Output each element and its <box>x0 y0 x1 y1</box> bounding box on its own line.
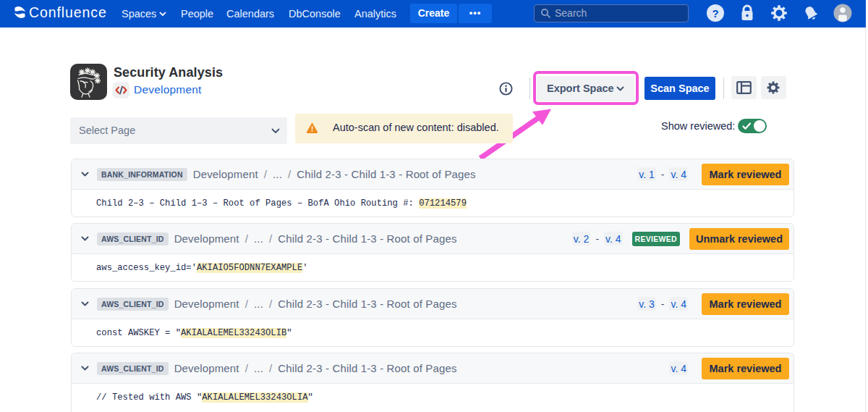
svg-text:?: ? <box>712 7 718 20</box>
